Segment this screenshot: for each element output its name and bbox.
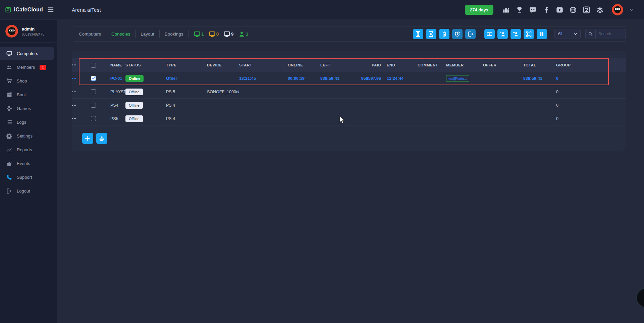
sidebar-item-logs[interactable]: Logs bbox=[0, 115, 54, 129]
counter-value: 0 bbox=[216, 32, 219, 37]
row-menu-button[interactable]: ••• bbox=[72, 77, 91, 80]
topbar: iCafeCloud Arena aiTest 274 days bbox=[0, 0, 644, 20]
sidebar-item-boot[interactable]: Boot bbox=[0, 88, 54, 102]
filter-value: All bbox=[558, 32, 574, 36]
scan-button[interactable] bbox=[524, 29, 534, 39]
sidebar-item-shop[interactable]: Shop bbox=[0, 74, 54, 88]
status-badge: Offline bbox=[125, 102, 143, 109]
youtube-icon[interactable] bbox=[556, 6, 563, 13]
tab-bookings[interactable]: Bookings bbox=[160, 32, 189, 37]
cell-name: PS4 bbox=[110, 103, 125, 108]
counter-monitor[interactable]: 0 bbox=[209, 31, 219, 37]
sidebar-item-label: Reports bbox=[17, 147, 32, 152]
user-star-icon bbox=[500, 31, 505, 37]
hamburger-menu-icon[interactable] bbox=[47, 7, 54, 13]
alarm-button[interactable] bbox=[452, 29, 463, 39]
tab-consoles[interactable]: Consoles bbox=[106, 32, 135, 37]
sidebar-item-events[interactable]: Events bbox=[0, 157, 54, 170]
crown-icon bbox=[6, 161, 12, 166]
subscription-days-badge[interactable]: 274 days bbox=[465, 5, 493, 15]
facebook-icon[interactable] bbox=[543, 6, 550, 13]
battery-icon bbox=[441, 31, 447, 37]
member-chip[interactable]: test[Platin... bbox=[446, 75, 469, 82]
sidebar-item-label: Logout bbox=[17, 189, 30, 194]
globe-icon[interactable] bbox=[570, 6, 577, 13]
page-title: Arena aiTest bbox=[72, 7, 101, 13]
cell-device: SONOFF_1000c81a75 bbox=[207, 90, 239, 94]
pause-button[interactable] bbox=[537, 29, 547, 39]
sidebar-item-label: Logs bbox=[17, 120, 26, 125]
select-all-checkbox[interactable] bbox=[91, 63, 96, 68]
search-input[interactable] bbox=[596, 32, 626, 36]
column-header-total: TOTAL bbox=[523, 63, 556, 67]
row-menu-button[interactable]: ••• bbox=[72, 104, 91, 107]
cell-group: 0 bbox=[556, 116, 589, 121]
status-badge: Online bbox=[125, 75, 144, 82]
sidebar-item-reports[interactable]: Reports bbox=[0, 143, 54, 157]
user-avatar[interactable] bbox=[612, 4, 623, 15]
user-star-button[interactable] bbox=[497, 29, 508, 39]
ranking-icon[interactable] bbox=[502, 6, 509, 13]
social-icons bbox=[502, 6, 603, 13]
cell-group: 0 bbox=[556, 90, 589, 94]
topbar-right: 274 days bbox=[465, 4, 634, 15]
column-header-group: GROUP bbox=[556, 63, 589, 67]
sidebar-item-logout[interactable]: Logout bbox=[0, 184, 54, 198]
sidebar-item-support[interactable]: Support bbox=[0, 170, 54, 184]
add-device-button[interactable] bbox=[96, 133, 107, 144]
cell-type: PS 4 bbox=[166, 116, 207, 121]
counter-user[interactable]: 1 bbox=[238, 31, 248, 37]
layers-icon[interactable] bbox=[596, 6, 603, 13]
table-header-row: •••NAMESTATUSTYPEDEVICESTARTONLINELEFTPA… bbox=[72, 58, 626, 72]
column-header-paid: PAID bbox=[353, 63, 387, 67]
toolbar-actions bbox=[413, 29, 547, 39]
row-checkbox[interactable] bbox=[91, 103, 96, 108]
cell-online: 00:00:19 bbox=[288, 76, 320, 81]
sidebar-avatar[interactable] bbox=[5, 25, 18, 38]
row-checkbox[interactable] bbox=[91, 116, 96, 121]
tab-computers[interactable]: Computers bbox=[74, 32, 106, 37]
sidebar-item-members[interactable]: Members1 bbox=[0, 60, 54, 74]
sidebar-item-label: Shop bbox=[17, 78, 27, 84]
monitor-icon bbox=[224, 31, 230, 37]
icafe-icon[interactable] bbox=[583, 6, 590, 13]
cash-button[interactable] bbox=[484, 29, 495, 39]
table-row[interactable]: •••PS5OfflinePS 40 bbox=[72, 112, 626, 125]
battery-button[interactable] bbox=[439, 29, 449, 39]
chevron-down-icon[interactable] bbox=[630, 8, 634, 12]
gamepad-icon bbox=[6, 106, 12, 111]
column-header-type: TYPE bbox=[166, 63, 207, 67]
tab-layout[interactable]: Layout bbox=[136, 32, 159, 37]
hourglass-button[interactable] bbox=[426, 29, 436, 39]
filter-select[interactable]: All bbox=[554, 29, 581, 39]
brand[interactable]: iCafeCloud bbox=[5, 5, 43, 14]
sidebar-item-games[interactable]: Games bbox=[0, 102, 54, 115]
row-menu-glyph[interactable]: ••• bbox=[72, 63, 91, 67]
add-button[interactable] bbox=[82, 133, 93, 144]
row-checkbox[interactable] bbox=[91, 76, 96, 81]
sidebar-item-settings[interactable]: Settings bbox=[0, 129, 54, 143]
sign-out-button[interactable] bbox=[465, 29, 476, 39]
sidebar-item-computers[interactable]: Computers bbox=[0, 47, 54, 60]
table-row[interactable]: •••PLAYSTATIONOfflinePS 5SONOFF_1000c81a… bbox=[72, 85, 626, 99]
hourglass-filled-button[interactable] bbox=[413, 29, 423, 39]
counter-monitor[interactable]: 1 bbox=[194, 31, 204, 37]
phone-icon bbox=[6, 174, 12, 180]
user-name: admin bbox=[22, 26, 44, 32]
table-row[interactable]: •••PS4OfflinePS 40 bbox=[72, 99, 626, 112]
discord-icon[interactable] bbox=[529, 6, 536, 13]
user-plus-button[interactable] bbox=[511, 29, 521, 39]
cell-type: PS 4 bbox=[166, 103, 207, 108]
search-icon bbox=[588, 32, 593, 36]
search-box bbox=[585, 29, 626, 39]
counter-monitor[interactable]: 9 bbox=[224, 31, 233, 37]
cell-start: 13:21:45 bbox=[239, 76, 288, 81]
row-menu-button[interactable]: ••• bbox=[72, 90, 91, 94]
row-menu-button[interactable]: ••• bbox=[72, 117, 91, 120]
row-checkbox[interactable] bbox=[91, 89, 96, 94]
hourglass-icon bbox=[428, 31, 434, 37]
monitor-icon bbox=[6, 51, 12, 56]
alarm-icon bbox=[454, 31, 460, 37]
table-row[interactable]: •••PC-01OnlineOther13:21:4500:00:19838:5… bbox=[72, 72, 626, 85]
trophy-icon[interactable] bbox=[516, 6, 523, 13]
